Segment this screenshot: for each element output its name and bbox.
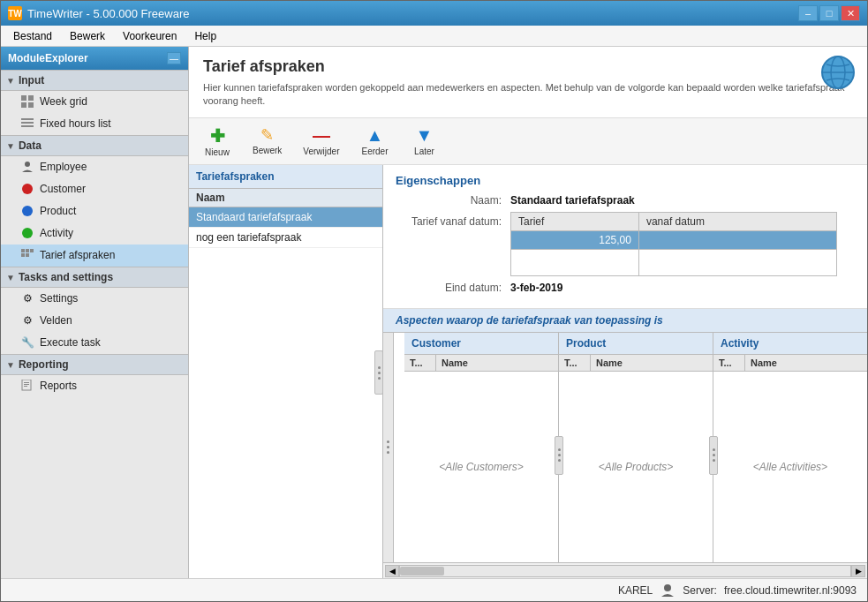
eind-datum-label: Eind datum:	[396, 282, 510, 294]
sidebar-section-input-header[interactable]: ▼ Input	[1, 70, 188, 91]
sidebar-section-tasks-label: Tasks and settings	[19, 271, 113, 283]
eerder-label: Eerder	[361, 147, 388, 156]
tarief-table-row-selected[interactable]: 125,00	[511, 230, 837, 249]
sidebar-section-reporting-label: Reporting	[19, 358, 69, 371]
customer-resize-handle[interactable]	[555, 436, 563, 475]
close-button[interactable]: ✕	[841, 5, 860, 21]
tariefafspraak-item-standaard[interactable]: Standaard tariefafspraak	[189, 207, 382, 228]
sidebar-item-fixed-hours-label: Fixed hours list	[40, 117, 111, 130]
eigenschappen-header: Eigenschappen	[396, 174, 855, 187]
later-button[interactable]: ▼ Later	[407, 124, 442, 158]
reports-icon	[20, 379, 34, 393]
verwijder-label: Verwijder	[303, 147, 339, 156]
tariefafspraak-item-nog-een[interactable]: nog een tariefafspraak	[189, 228, 382, 248]
product-resize-handle[interactable]	[709, 436, 718, 475]
sidebar-section-input-label: Input	[19, 74, 44, 87]
bewerk-button[interactable]: ✎ Bewerk	[249, 124, 285, 157]
sidebar-item-velden-label: Velden	[40, 314, 72, 327]
sidebar-item-customer-label: Customer	[40, 183, 86, 195]
product-column: Product T... Name <Alle Products>	[559, 333, 713, 562]
eigenschappen-section: Eigenschappen Naam: Standaard tariefafsp…	[383, 165, 867, 309]
maximize-button[interactable]: □	[819, 5, 839, 21]
vertical-handle[interactable]	[383, 333, 394, 562]
activity-empty-label: <Alle Activities>	[713, 372, 867, 562]
aspecten-section: Aspecten waarop de tariefafspraak van to…	[383, 309, 867, 578]
scroll-right-button[interactable]: ▶	[851, 565, 865, 577]
naam-column-header: Naam	[189, 189, 382, 207]
sidebar-item-velden[interactable]: ⚙ Velden	[1, 310, 188, 332]
aspect-columns: Customer T... Name <Alle Customers>	[404, 333, 867, 562]
menu-bestand[interactable]: Bestand	[4, 27, 61, 45]
toolbar: ✚ Nieuw ✎ Bewerk — Verwijder ▲ Eerder ▼	[189, 118, 867, 165]
sidebar-item-product[interactable]: Product	[1, 200, 188, 222]
c-dot-2	[558, 454, 561, 456]
sidebar-item-employee[interactable]: Employee	[1, 156, 188, 178]
product-icon	[20, 204, 34, 218]
menu-bar: Bestand Bewerk Voorkeuren Help	[1, 26, 867, 47]
c-dot-1	[558, 448, 561, 451]
eind-datum-value: 3-feb-2019	[510, 282, 562, 294]
sidebar-collapse-button[interactable]: —	[167, 52, 181, 64]
arrow-down-icon: ▼	[416, 125, 434, 146]
verwijder-button[interactable]: — Verwijder	[299, 124, 343, 158]
activity-subheader: T... Name	[713, 355, 867, 372]
handle-dot-2	[378, 372, 381, 374]
sidebar-section-data-label: Data	[19, 139, 42, 152]
eerder-button[interactable]: ▲ Eerder	[358, 124, 393, 158]
customer-icon	[20, 182, 34, 196]
window-controls[interactable]: – □ ✕	[798, 5, 860, 21]
tarief-table-container: Tarief vanaf datum 125,00	[510, 212, 855, 276]
sidebar-item-reports[interactable]: Reports	[1, 375, 188, 397]
sidebar-item-week-grid-label: Week grid	[40, 95, 87, 108]
fixed-hours-icon	[20, 117, 34, 131]
reporting-triangle-icon: ▼	[6, 360, 15, 370]
sidebar-item-week-grid[interactable]: Week grid	[1, 91, 188, 113]
execute-task-icon: 🔧	[20, 335, 34, 350]
customer-column: Customer T... Name <Alle Customers>	[404, 333, 559, 562]
sidebar-section-reporting-header[interactable]: ▼ Reporting	[1, 354, 188, 375]
status-server-label: Server:	[683, 584, 717, 597]
svg-rect-2	[21, 102, 26, 108]
scroll-track[interactable]	[399, 565, 851, 577]
nieuw-button[interactable]: ✚ Nieuw	[200, 124, 235, 159]
menu-voorkeuren[interactable]: Voorkeuren	[114, 27, 185, 45]
minimize-button[interactable]: –	[798, 5, 818, 21]
menu-help[interactable]: Help	[185, 27, 225, 45]
title-bar-left: TW TimeWriter - 5.00.000 Freeware	[8, 6, 190, 20]
velden-icon: ⚙	[20, 313, 34, 327]
panel-resize-handle[interactable]	[374, 350, 383, 395]
menu-bewerk[interactable]: Bewerk	[61, 27, 114, 45]
tarief-label: Tarief vanaf datum:	[396, 212, 510, 228]
bewerk-label: Bewerk	[253, 146, 282, 155]
customer-empty-label: <Alle Customers>	[404, 372, 558, 562]
naam-label: Naam:	[396, 194, 510, 207]
sidebar-item-activity[interactable]: Activity	[1, 222, 188, 245]
c-dot-3	[558, 459, 561, 462]
sidebar-section-tasks: ▼ Tasks and settings ⚙ Settings ⚙ Velden…	[1, 267, 188, 354]
svg-rect-10	[30, 249, 34, 252]
product-col-header: Product	[559, 333, 713, 355]
sidebar-item-product-label: Product	[40, 205, 76, 217]
naam-row: Naam: Standaard tariefafspraak	[396, 194, 855, 207]
user-icon	[660, 583, 676, 598]
sidebar-item-customer[interactable]: Customer	[1, 178, 188, 200]
tarief-cell-value: 125,00	[511, 230, 639, 249]
pencil-icon: ✎	[260, 125, 274, 145]
sidebar-section-tasks-header[interactable]: ▼ Tasks and settings	[1, 267, 188, 288]
scroll-thumb[interactable]	[400, 567, 444, 576]
tariefafspraken-panel: Tariefafspraken Naam Standaard tariefafs…	[189, 165, 383, 578]
activity-col-header: Activity	[713, 333, 867, 355]
svg-rect-8	[21, 249, 25, 252]
svg-point-7	[25, 162, 30, 167]
activity-column: Activity T... Name <Alle Activities>	[713, 333, 867, 562]
product-col2-header: Name	[591, 355, 713, 371]
sidebar-item-fixed-hours[interactable]: Fixed hours list	[1, 113, 188, 135]
scroll-left-button[interactable]: ◀	[385, 565, 399, 577]
sidebar-item-settings[interactable]: ⚙ Settings	[1, 288, 188, 310]
horizontal-scrollbar[interactable]: ◀ ▶	[383, 562, 867, 578]
main-window: TW TimeWriter - 5.00.000 Freeware – □ ✕ …	[0, 0, 868, 602]
sidebar: ModuleExplorer — ▼ Input Week grid	[1, 47, 189, 578]
sidebar-section-data-header[interactable]: ▼ Data	[1, 135, 188, 156]
sidebar-item-execute-task[interactable]: 🔧 Execute task	[1, 332, 188, 354]
sidebar-item-tarief-afspraken[interactable]: Tarief afspraken	[1, 245, 188, 267]
